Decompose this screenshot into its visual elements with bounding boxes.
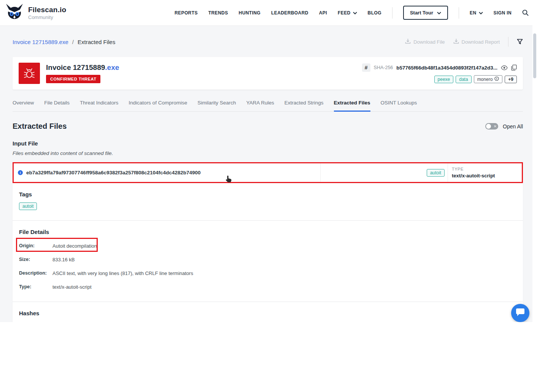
nav-divider xyxy=(459,7,459,19)
nav-trends[interactable]: TRENDS xyxy=(208,10,228,16)
file-row-type-cell: TYPE text/x-autoit-script xyxy=(448,163,522,182)
brand-subtitle: Community xyxy=(28,14,66,20)
tags-section: Tags autoit xyxy=(13,183,523,221)
sha-value: b57765f66db48f1a3454d0893f2f147a2d3... xyxy=(396,65,497,71)
breadcrumb-current: Extracted Files xyxy=(78,39,115,45)
tag-autoit[interactable]: autoit xyxy=(427,169,445,177)
toolbar-divider xyxy=(508,37,508,47)
tab-yara-rules[interactable]: YARA Rules xyxy=(246,100,274,112)
file-heading: Invoice 12715889.exe CONFIRMED THREAT xyxy=(46,63,119,83)
language-selector[interactable]: EN xyxy=(470,10,483,16)
nav-hunting[interactable]: HUNTING xyxy=(239,10,261,16)
nav-divider xyxy=(392,7,392,19)
nav-feed-label: FEED xyxy=(338,10,351,16)
download-report-label: Download Report xyxy=(462,39,500,45)
download-file-button[interactable]: Download File xyxy=(405,38,445,45)
detail-row-origin: Origin: Autoit decompilation xyxy=(19,243,516,249)
tag-peexe[interactable]: peexe xyxy=(434,76,454,83)
language-label: EN xyxy=(470,10,476,16)
file-row-tags-cell: autoit xyxy=(321,163,448,182)
tab-extracted-strings[interactable]: Extracted Strings xyxy=(284,100,324,112)
download-icon xyxy=(453,38,459,45)
input-file-description: Files embedded into content of scanned f… xyxy=(13,150,523,156)
breadcrumb-file-link[interactable]: Invoice 12715889.exe xyxy=(13,39,68,45)
brand-text: Filescan.io Community xyxy=(28,6,66,20)
browser-viewport: Filescan.io Community REPORTS TRENDS HUN… xyxy=(0,0,537,392)
copy-icon[interactable] xyxy=(511,65,517,71)
hashes-section: Hashes MD5: 57687966aa81abd672310b24e110… xyxy=(13,302,523,322)
type-value: text/x-autoit-script xyxy=(452,173,522,179)
file-row-hash-cell: ! eb7a329ffa79af97307746ff958a6c9382f3a2… xyxy=(14,163,321,182)
open-all-label: Open All xyxy=(503,123,523,130)
nav-blog[interactable]: BLOG xyxy=(368,10,381,16)
eye-icon[interactable] xyxy=(501,65,508,70)
nav-feed[interactable]: FEED xyxy=(338,10,357,16)
detail-row-size: Size: 833.16 kB xyxy=(19,257,516,262)
file-title: Invoice 12715889.exe xyxy=(46,63,119,72)
owl-logo-icon xyxy=(5,3,24,23)
sign-in-button[interactable]: SIGN IN xyxy=(494,10,512,16)
type-label: TYPE xyxy=(452,167,522,171)
malware-bug-icon xyxy=(19,63,40,84)
tab-similarity-search[interactable]: Similarity Search xyxy=(197,100,236,112)
tags-section-title: Tags xyxy=(19,191,516,198)
toggle-x-icon: ✕ xyxy=(494,123,497,129)
file-details-section: File Details Origin: Autoit decompilatio… xyxy=(13,221,523,302)
file-header-card: Invoice 12715889.exe CONFIRMED THREAT # … xyxy=(13,57,523,90)
file-name: Invoice 12715889 xyxy=(46,63,105,71)
file-tags-row: peexe data monero +9 xyxy=(434,75,517,83)
detail-label: Description: xyxy=(19,270,52,276)
start-tour-button[interactable]: Start Tour xyxy=(403,6,448,20)
section-header: Extracted Files ✕ Open All xyxy=(13,122,523,131)
tag-monero[interactable]: monero xyxy=(474,75,503,83)
detail-row-type: Type: text/x-autoit-script xyxy=(19,284,516,290)
info-circle-icon xyxy=(494,76,499,82)
tab-file-details[interactable]: File Details xyxy=(44,100,70,112)
nav-reports[interactable]: REPORTS xyxy=(175,10,198,16)
toolbar: Download File Download Report xyxy=(405,37,523,47)
tag-data[interactable]: data xyxy=(456,76,471,83)
tab-threat-indicators[interactable]: Threat Indicators xyxy=(80,100,118,112)
detail-label: Origin: xyxy=(19,243,52,249)
detail-label: Size: xyxy=(19,257,52,262)
tag-monero-label: monero xyxy=(477,77,493,82)
hash-symbol-icon: # xyxy=(362,63,370,72)
detail-value: text/x-autoit-script xyxy=(52,284,92,290)
tag-autoit[interactable]: autoit xyxy=(19,202,37,210)
chat-widget-button[interactable] xyxy=(511,304,529,322)
filter-funnel-icon[interactable] xyxy=(517,39,523,45)
detail-value: 833.16 kB xyxy=(52,257,75,262)
breadcrumb: Invoice 12715889.exe / Extracted Files D… xyxy=(13,37,523,47)
detail-label: Type: xyxy=(19,284,52,290)
file-row-hash: eb7a329ffa79af97307746ff958a6c9382f3a257… xyxy=(26,170,201,175)
tab-osint-lookups[interactable]: OSINT Lookups xyxy=(381,100,417,112)
report-tabs: Overview File Details Threat Indicators … xyxy=(13,100,523,112)
page-scrollbar[interactable] xyxy=(532,0,537,322)
nav-leaderboard[interactable]: LEADERBOARD xyxy=(271,10,308,16)
top-header: Filescan.io Community REPORTS TRENDS HUN… xyxy=(0,0,537,26)
download-report-button[interactable]: Download Report xyxy=(453,38,500,45)
info-icon[interactable]: ! xyxy=(18,170,23,175)
search-icon[interactable] xyxy=(522,9,529,16)
detail-value: ASCII text, with very long lines (817), … xyxy=(52,270,193,276)
nav-api[interactable]: API xyxy=(319,10,327,16)
tab-extracted-files[interactable]: Extracted Files xyxy=(334,100,370,112)
file-details-panel: Tags autoit File Details Origin: Autoit … xyxy=(13,183,523,322)
page-content: Invoice 12715889.exe / Extracted Files D… xyxy=(0,37,537,322)
scrollbar-thumb[interactable] xyxy=(533,33,536,78)
tag-more-count[interactable]: +9 xyxy=(505,76,517,83)
detail-row-description: Description: ASCII text, with very long … xyxy=(19,270,516,276)
open-all-toggle[interactable]: ✕ xyxy=(485,123,498,130)
open-all-toggle-wrap: ✕ Open All xyxy=(485,123,523,130)
brand-logo[interactable]: Filescan.io Community xyxy=(5,3,66,23)
chevron-down-icon xyxy=(353,10,357,16)
breadcrumb-separator: / xyxy=(72,39,74,45)
tab-overview[interactable]: Overview xyxy=(13,100,34,112)
chevron-down-icon xyxy=(479,10,483,16)
extracted-file-row[interactable]: ! eb7a329ffa79af97307746ff958a6c9382f3a2… xyxy=(13,162,523,183)
brand-name: Filescan.io xyxy=(28,6,66,14)
download-file-label: Download File xyxy=(413,39,445,45)
toggle-knob xyxy=(486,124,491,129)
page-title: Extracted Files xyxy=(13,122,67,131)
tab-indicators-of-compromise[interactable]: Indicators of Compromise xyxy=(129,100,187,112)
